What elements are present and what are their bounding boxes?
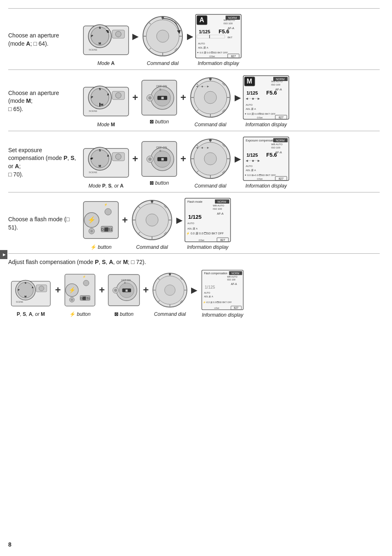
svg-point-184 [39,286,44,291]
svg-point-101 [115,154,121,160]
info-display-1-caption: Information display [198,60,239,66]
svg-point-144 [105,208,111,215]
info-display-4-caption: Information display [187,244,228,250]
plus-8: + [143,284,149,296]
svg-text:ISO 100: ISO 100 [213,208,222,210]
arrow-3: ▶ [235,93,241,102]
svg-text:827: 827 [279,177,284,180]
text-flash-comp: Adjust flash compensation (mode P, S, A,… [8,259,380,265]
svg-point-201 [114,289,117,292]
svg-text:ISO 100: ISO 100 [227,278,235,281]
svg-text:M: M [99,164,101,167]
svg-text:SCENE: SCENE [89,49,97,51]
flash-btn-block: ⚡ ⚡ D⬛51 ⚡ button [81,197,120,250]
mode-m-dial-img: S M P A SCENE [81,75,131,120]
svg-text:NORM: NORM [231,272,239,275]
arrow-5: ▶ [176,215,182,225]
images-aperture-a: S M P A SCENE Mode A ▶ [81,14,380,66]
arrow-1: ▶ [132,31,138,41]
info-display-2-caption: Information display [245,122,287,127]
mode-psa-dial-img: S M P A SCENE [81,136,131,181]
info-display-3-img: Exposure compensation NORM WB AUTO ISO 1… [242,136,290,181]
svg-text:AF-A: AF-A [217,212,224,215]
svg-text:⊠: ⊠ [161,96,164,100]
plus-7: + [99,284,105,296]
svg-point-206 [165,285,175,295]
svg-text:A: A [107,93,109,96]
svg-text:AUTO: AUTO [187,222,194,225]
svg-text:1/125: 1/125 [247,90,258,95]
images-flash-mode: ⚡ ⚡ D⬛51 ⚡ button + [81,197,380,250]
svg-text:M: M [99,42,101,45]
info-display-2-img: M NORM WB AUTO ISO 100 1/125 F5.6 AF-A ◀… [242,75,290,120]
svg-point-152 [146,214,158,226]
plus-4: + [180,153,186,164]
plus-6: + [55,284,61,296]
row-aperture-m: Choose an aperture(mode M;□ 65). S M P A… [8,70,380,131]
svg-text:AF-A: AF-A [275,151,282,154]
svg-text:✦ 0.0 露 0.0 🗖SD BKT OFF: ✦ 0.0 露 0.0 🗖SD BKT OFF [197,51,228,54]
bottom-mode-block: S M P A SCENE P, S, A, or M [8,271,53,317]
bottom-flash-caption: ⚡ button [69,311,91,317]
svg-text:OFF ON: OFF ON [121,278,131,281]
bottom-bkt-caption: ⊠ button [114,311,134,317]
svg-text:S: S [99,149,101,152]
svg-text:⚡: ⚡ [69,286,76,293]
svg-text:ISO 100: ISO 100 [224,22,233,25]
svg-text:WB AUTO: WB AUTO [271,80,283,83]
row-flash-comp: Adjust flash compensation (mode P, S, A,… [8,253,380,321]
svg-text:P: P [91,96,93,99]
svg-text:WB AUTO: WB AUTO [224,19,235,21]
svg-text:⊠: ⊠ [161,158,164,161]
mode-m-caption: Mode M [97,122,115,127]
mode-a-block: S M P A SCENE Mode A [81,14,131,66]
svg-point-114 [204,153,217,165]
info-display-4-img: Flash mode NORM WB AUTO ISO 100 1/125 AF… [184,197,231,243]
svg-text:A: A [107,154,109,157]
cmd-dial-4-img [129,197,175,243]
svg-point-59 [148,96,152,100]
mode-m-block: S M P A SCENE Mode M [81,75,131,127]
svg-text:⊙Set: ⊙Set [209,55,215,58]
svg-point-161 [151,200,153,203]
text-aperture-m: Choose an aperture(mode M;□ 65). [8,89,78,114]
svg-text:✦ 0.0 露 0.0 🗖SD BKT OFF: ✦ 0.0 露 0.0 🗖SD BKT OFF [244,113,276,115]
svg-text:1/125: 1/125 [205,285,215,290]
svg-point-123 [209,139,212,141]
bkt-btn-2-block: ⊠ OFF ON ® ⊠ button [140,139,179,186]
svg-text:S: S [25,281,26,284]
cmd-dial-1-caption: Command dial [147,60,178,66]
row-aperture-a: Choose an aperture(mode A; □ 64). S M P … [8,8,380,70]
bkt-btn-1-caption: ⊠ button [150,119,169,125]
text-aperture-a: Choose an aperture(mode A; □ 64). [8,32,78,48]
page-container: ▶ Choose an aperture(mode A; □ 64). S M … [8,8,380,321]
svg-text:⊠: ⊠ [125,289,128,292]
svg-text:AUTO: AUTO [198,42,205,45]
bottom-bkt-img: ⊠ OFF ON ® [106,271,141,310]
svg-text:OFF ON: OFF ON [156,85,167,88]
info-display-1-img: A NORM WB AUTO ISO 100 1/125 F5.6 AF-A [195,14,242,59]
svg-text:Flash compensation: Flash compensation [204,272,228,275]
svg-text:ADL 露 A: ADL 露 A [198,46,208,49]
svg-text:P: P [18,289,20,291]
svg-point-109 [148,158,152,161]
cmd-dial-2-caption: Command dial [194,122,226,127]
arrow-2: ▶ [187,31,193,41]
plus-5: + [122,214,128,226]
cmd-dial-3-img: ◀·····◆·····▶ [188,136,233,181]
svg-text:M: M [101,103,104,107]
svg-text:®: ® [124,281,126,284]
images-exposure-comp: S M P A SCENE Mode P, S, or A + [81,136,380,189]
svg-point-64 [204,91,217,104]
svg-text:◀·····◆·····▶: ◀·····◆·····▶ [196,146,209,149]
info-display-4-block: Flash mode NORM WB AUTO ISO 100 1/125 AF… [184,197,231,250]
svg-point-22 [161,16,164,19]
svg-text:827: 827 [234,306,238,309]
svg-text:A: A [199,16,204,23]
svg-text:827: 827 [279,116,284,119]
row-flash-mode: Choose a flash mode (□ 51). ⚡ ⚡ D⬛51 [8,192,380,253]
bottom-cmd-block: Command dial [150,271,189,317]
row-exposure-comp: Set exposure compensation (mode P, S, or… [8,131,380,192]
cmd-dial-4-caption: Command dial [136,244,168,250]
svg-text:◀·····◆·····▶: ◀·····◆·····▶ [246,159,260,162]
